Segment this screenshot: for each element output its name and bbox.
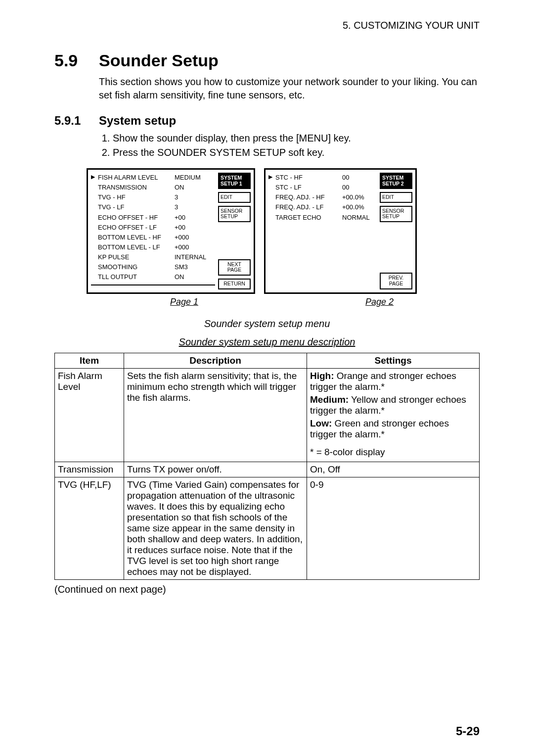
- softkey-column-page2: SYSTEM SETUP 2 EDIT SENSOR SETUP PREV. P…: [380, 173, 412, 289]
- cell-item: Fish Alarm Level: [55, 368, 124, 462]
- softkey-active[interactable]: SYSTEM SETUP 2: [380, 173, 412, 189]
- softkey-next-page[interactable]: NEXT PAGE: [218, 259, 251, 276]
- menu-item-value: SM3: [175, 262, 215, 272]
- softkey-sensor-setup[interactable]: SENSOR SETUP: [218, 206, 251, 222]
- menu-item-label: SMOOTHING: [91, 262, 175, 272]
- table-caption: Sounder system setup menu description: [54, 336, 480, 348]
- softkey-column-page1: SYSTEM SETUP 1 EDIT SENSOR SETUP NEXT PA…: [218, 173, 251, 289]
- softkey-return[interactable]: RETURN: [218, 279, 251, 289]
- page-captions: Page 1 Page 2: [87, 297, 480, 307]
- menu-item-value: 3: [175, 202, 215, 212]
- menu-item-label: TARGET ECHO: [268, 213, 342, 223]
- step-item: Press the SOUNDER SYSTEM SETUP soft key.: [113, 146, 480, 159]
- menu-item-label: ECHO OFFSET - HF: [91, 213, 175, 223]
- menu-item-value: NORMAL: [342, 213, 377, 223]
- continued-note: (Continued on next page): [54, 584, 480, 595]
- caption-page2: Page 2: [282, 297, 477, 307]
- cell-settings: On, Off: [307, 462, 480, 477]
- menu-item-value: ON: [175, 272, 215, 282]
- cell-item: Transmission: [55, 462, 124, 477]
- menu-item-label: TRANSMISSION: [91, 183, 175, 192]
- menu-panel-page1: FISH ALARM LEVELMEDIUM TRANSMISSIONON TV…: [87, 168, 255, 294]
- cell-item: TVG (HF,LF): [55, 477, 124, 579]
- menu-item-value: INTERNAL: [175, 252, 215, 262]
- softkey-edit[interactable]: EDIT: [218, 192, 251, 203]
- menu-item-value: MEDIUM: [175, 173, 215, 183]
- settings-note: * = 8-color display: [310, 447, 476, 458]
- table-header-item: Item: [55, 353, 124, 368]
- section-number: 5.9: [54, 51, 99, 70]
- menu-item-value: +00: [175, 223, 215, 233]
- caption-page1: Page 1: [87, 297, 282, 307]
- menu-item-value: +00.0%: [342, 192, 377, 202]
- table-row: TVG (HF,LF) TVG (Time Varied Gain) compe…: [55, 477, 480, 579]
- menu-item-label: BOTTOM LEVEL - HF: [91, 233, 175, 242]
- description-table: Item Description Settings Fish Alarm Lev…: [54, 353, 480, 580]
- cell-settings: 0-9: [307, 477, 480, 579]
- menu-list-page1: FISH ALARM LEVELMEDIUM TRANSMISSIONON TV…: [91, 173, 215, 289]
- menu-item-value: +000: [175, 242, 215, 252]
- menu-item-label: BOTTOM LEVEL - LF: [91, 242, 175, 252]
- menu-item-value: 3: [175, 192, 215, 202]
- softkey-edit[interactable]: EDIT: [380, 192, 412, 203]
- page-number: 5-29: [456, 724, 480, 738]
- table-header-desc: Description: [124, 353, 307, 368]
- section-intro: This section shows you how to customize …: [99, 75, 480, 102]
- menu-item-value: +000: [175, 233, 215, 242]
- subsection-title: System setup: [99, 114, 176, 127]
- section-title: Sounder Setup: [99, 51, 219, 70]
- table-header-settings: Settings: [307, 353, 480, 368]
- step-item: Show the sounder display, then press the…: [113, 132, 480, 145]
- menu-item-value: 00: [342, 173, 377, 183]
- menu-item-label: FISH ALARM LEVEL: [91, 173, 175, 183]
- cell-settings: High: Orange and stronger echoes trigger…: [307, 368, 480, 462]
- menu-item-label: FREQ. ADJ. - LF: [268, 202, 342, 212]
- menu-list-page2: STC - HF00 STC - LF00 FREQ. ADJ. - HF+00…: [268, 173, 377, 289]
- table-row: Transmission Turns TX power on/off. On, …: [55, 462, 480, 477]
- menu-item-value: 00: [342, 183, 377, 192]
- settings-medium-label: Medium:: [310, 394, 349, 405]
- subsection-heading: 5.9.1System setup: [54, 114, 480, 128]
- cell-desc: TVG (Time Varied Gain) compensates for p…: [124, 477, 307, 579]
- menu-item-value: ON: [175, 183, 215, 192]
- softkey-active[interactable]: SYSTEM SETUP 1: [218, 173, 251, 189]
- table-row: Fish Alarm Level Sets the fish alarm sen…: [55, 368, 480, 462]
- menu-panel-page2: STC - HF00 STC - LF00 FREQ. ADJ. - HF+00…: [264, 168, 417, 294]
- softkey-sensor-setup[interactable]: SENSOR SETUP: [380, 206, 412, 222]
- steps-list: Show the sounder display, then press the…: [99, 132, 480, 159]
- cell-desc: Sets the fish alarm sensitivity; that is…: [124, 368, 307, 462]
- scrollbar-strip: [91, 284, 215, 289]
- menu-item-label: STC - HF: [268, 173, 342, 183]
- menu-item-label: TVG - LF: [91, 202, 175, 212]
- menu-item-value: +00: [175, 213, 215, 223]
- settings-low-label: Low:: [310, 418, 332, 428]
- section-heading: 5.9Sounder Setup: [54, 51, 480, 70]
- menu-item-label: TVG - HF: [91, 192, 175, 202]
- menu-item-label: FREQ. ADJ. - HF: [268, 192, 342, 202]
- menu-figure: FISH ALARM LEVELMEDIUM TRANSMISSIONON TV…: [87, 168, 480, 294]
- cell-desc: Turns TX power on/off.: [124, 462, 307, 477]
- menu-item-label: STC - LF: [268, 183, 342, 192]
- menu-item-label: TLL OUTPUT: [91, 272, 175, 282]
- menu-item-value: +00.0%: [342, 202, 377, 212]
- running-header: 5. CUSTOMIZING YOUR UNIT: [54, 20, 480, 31]
- menu-item-label: ECHO OFFSET - LF: [91, 223, 175, 233]
- softkey-prev-page[interactable]: PREV. PAGE: [380, 273, 412, 289]
- figure-caption: Sounder system setup menu: [54, 318, 480, 330]
- subsection-number: 5.9.1: [54, 114, 99, 128]
- settings-high-label: High:: [310, 371, 334, 381]
- menu-item-label: KP PULSE: [91, 252, 175, 262]
